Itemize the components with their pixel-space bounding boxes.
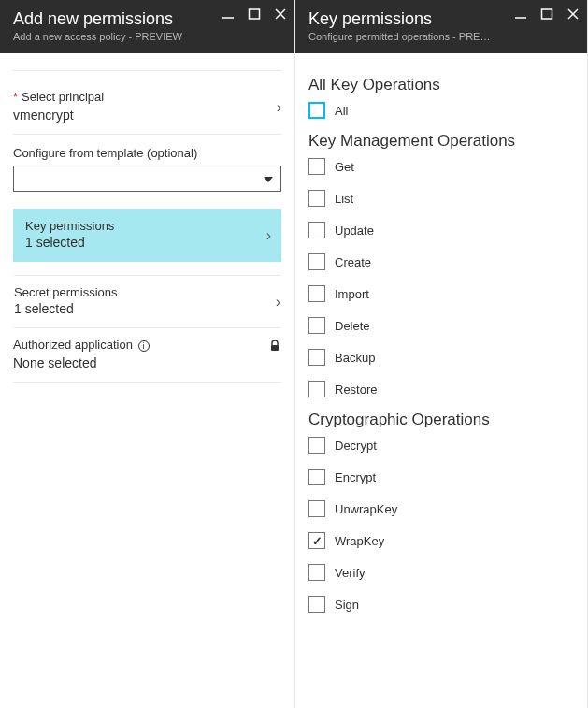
- checkbox-import[interactable]: Import: [308, 285, 574, 302]
- checkbox-label-all: All: [335, 104, 348, 118]
- group-mgmt-title: Key Management Operations: [308, 132, 574, 151]
- close-icon[interactable]: [566, 7, 580, 24]
- checkbox-wrapkey[interactable]: WrapKey: [308, 532, 574, 549]
- authorized-application-value: None selected: [13, 355, 281, 370]
- checkbox-backup[interactable]: Backup: [308, 349, 574, 366]
- checkbox-list[interactable]: List: [308, 190, 574, 207]
- minimize-icon[interactable]: [222, 7, 235, 24]
- checkbox-unwrapkey[interactable]: UnwrapKey: [308, 500, 574, 517]
- chevron-right-icon: ›: [276, 294, 280, 311]
- maximize-icon[interactable]: [540, 7, 553, 24]
- panel-subtitle-right: Configure permitted operations - PREVI..…: [308, 31, 495, 42]
- checkbox-box[interactable]: [308, 437, 325, 454]
- checkbox-box-all[interactable]: [308, 102, 325, 119]
- checkbox-box[interactable]: [308, 381, 325, 397]
- checkbox-delete[interactable]: Delete: [308, 317, 574, 334]
- checkbox-box[interactable]: [308, 158, 325, 175]
- checkbox-box[interactable]: [308, 596, 325, 613]
- key-permissions-row[interactable]: Key permissions 1 selected ›: [13, 209, 281, 262]
- checkbox-box[interactable]: [308, 190, 325, 207]
- secret-permissions-row[interactable]: Secret permissions 1 selected ›: [13, 275, 281, 328]
- authorized-application-label: Authorized application: [13, 338, 133, 352]
- checkbox-box[interactable]: [308, 349, 325, 366]
- chevron-right-icon: ›: [277, 99, 281, 116]
- checkbox-box[interactable]: [308, 469, 325, 485]
- group-crypto-title: Cryptographic Operations: [308, 411, 574, 429]
- checkbox-verify[interactable]: Verify: [308, 564, 574, 581]
- close-icon[interactable]: [274, 7, 287, 24]
- checkbox-decrypt[interactable]: Decrypt: [308, 437, 574, 454]
- svg-rect-1: [250, 9, 260, 19]
- checkbox-get[interactable]: Get: [308, 158, 574, 175]
- select-principal-value: vmencrypt: [13, 108, 281, 123]
- select-principal-row[interactable]: *Select principal vmencrypt ›: [13, 80, 281, 135]
- checkbox-box[interactable]: [308, 317, 325, 334]
- key-permissions-label: Key permissions: [25, 219, 269, 233]
- info-icon[interactable]: i: [138, 340, 150, 352]
- panel-header-left: Add new permissions Add a new access pol…: [0, 0, 294, 53]
- secret-permissions-value: 1 selected: [14, 301, 280, 316]
- lock-icon: [268, 340, 281, 355]
- checkbox-restore[interactable]: Restore: [308, 381, 574, 397]
- checkbox-update[interactable]: Update: [308, 222, 574, 238]
- checkbox-box[interactable]: [308, 532, 325, 549]
- checkbox-sign[interactable]: Sign: [308, 596, 574, 613]
- group-all-title: All Key Operations: [308, 76, 574, 94]
- checkbox-encrypt[interactable]: Encrypt: [308, 469, 574, 485]
- secret-permissions-label: Secret permissions: [14, 285, 280, 299]
- checkbox-create[interactable]: Create: [308, 253, 574, 270]
- key-permissions-value: 1 selected: [25, 235, 269, 250]
- checkbox-box[interactable]: [308, 500, 325, 517]
- authorized-application-row[interactable]: Authorized application i None selected: [13, 328, 281, 383]
- svg-rect-6: [542, 9, 552, 19]
- select-principal-label: Select principal: [22, 90, 104, 104]
- minimize-icon[interactable]: [514, 7, 527, 24]
- template-select[interactable]: [13, 166, 281, 192]
- checkbox-all[interactable]: All: [308, 102, 574, 119]
- add-permissions-panel: Add new permissions Add a new access pol…: [0, 0, 295, 708]
- checkbox-box[interactable]: [308, 253, 325, 270]
- template-label: Configure from template (optional): [13, 146, 281, 160]
- key-permissions-panel: Key permissions Configure permitted oper…: [295, 0, 588, 708]
- panel-header-right: Key permissions Configure permitted oper…: [295, 0, 587, 53]
- checkbox-box[interactable]: [308, 222, 325, 238]
- checkbox-box[interactable]: [308, 285, 325, 302]
- maximize-icon[interactable]: [248, 7, 261, 24]
- checkbox-box[interactable]: [308, 564, 325, 581]
- panel-subtitle-left: Add a new access policy - PREVIEW: [13, 31, 200, 42]
- svg-rect-4: [271, 345, 279, 351]
- chevron-right-icon: ›: [266, 227, 271, 244]
